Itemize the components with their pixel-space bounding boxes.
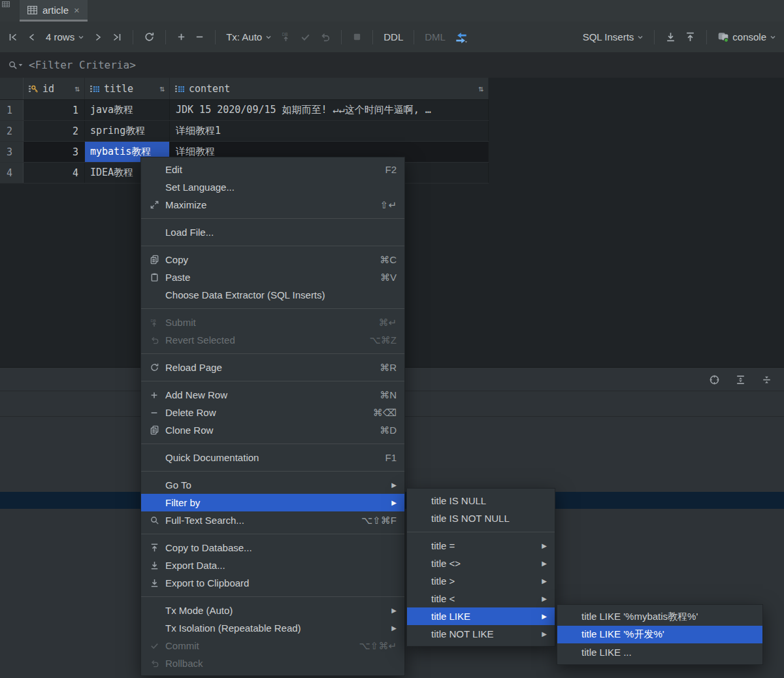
cell-title[interactable]: spring教程 — [85, 121, 170, 141]
shortcut-label: ⌥⌘Z — [355, 334, 397, 346]
menu-item-commit[interactable]: Commit⌥⇧⌘↵ — [141, 637, 404, 654]
menu-item-label: Export to Clipboard — [165, 577, 249, 589]
row-number[interactable]: 4 — [0, 163, 24, 183]
column-name: title — [104, 83, 133, 95]
menu-item-label: title LIKE — [431, 611, 470, 622]
export-data-button[interactable] — [665, 31, 676, 42]
menu-item-clone-row[interactable]: Clone Row⌘D — [141, 421, 404, 439]
clone-icon — [148, 425, 161, 435]
menu-item-title[interactable]: title <▶ — [407, 590, 555, 607]
menu-item-tx-isolation-repeatable-read[interactable]: Tx Isolation (Repeatable Read)▶ — [141, 619, 404, 637]
delete-row-button[interactable] — [195, 32, 204, 42]
tab-article[interactable]: article × — [20, 0, 88, 22]
menu-item-edit[interactable]: EditF2 — [141, 161, 404, 178]
column-header-title[interactable]: title ⇅ — [85, 78, 170, 99]
extractor-selector[interactable]: SQL Inserts — [583, 31, 644, 42]
dml-button[interactable]: DML — [425, 31, 446, 42]
console-button[interactable]: console — [717, 31, 776, 42]
menu-item-label: Revert Selected — [165, 334, 235, 346]
filter-input[interactable]: <Filter Criteria> — [29, 59, 136, 71]
menu-item-choose-data-extractor-sql-inserts[interactable]: Choose Data Extractor (SQL Inserts) — [141, 286, 404, 304]
table-icon — [27, 6, 37, 14]
menu-item-go-to[interactable]: Go To▶ — [141, 476, 404, 494]
menu-item-tx-mode-auto[interactable]: Tx Mode (Auto)▶ — [141, 602, 404, 619]
menu-item-add-new-row[interactable]: Add New Row⌘N — [141, 386, 404, 404]
menu-item-title[interactable]: title >▶ — [407, 572, 555, 590]
reload-button[interactable] — [144, 31, 155, 42]
cell-content[interactable]: JDK 15 2020/09/15 如期而至! ↵↵这个时间牛逼啊, … — [170, 100, 489, 120]
add-row-button[interactable] — [176, 32, 186, 42]
toolbar-separator — [414, 30, 414, 44]
menu-item-title-is-not-null[interactable]: title IS NOT NULL — [407, 509, 555, 527]
menu-item-label: title IS NULL — [431, 495, 486, 506]
sort-icon[interactable]: ⇅ — [478, 84, 483, 93]
cell-id[interactable]: 3 — [24, 142, 85, 162]
menu-item-quick-documentation[interactable]: Quick DocumentationF1 — [141, 449, 404, 466]
menu-item-title-not-like[interactable]: title NOT LIKE▶ — [407, 625, 555, 643]
menu-item-maximize[interactable]: Maximize⇧↵ — [141, 196, 404, 214]
menu-item-title-like[interactable]: title LIKE▶ — [407, 607, 555, 625]
menu-item-label: title IS NOT NULL — [431, 513, 510, 524]
toolbar-separator — [215, 30, 216, 44]
menu-item-delete-row[interactable]: Delete Row⌘⌫ — [141, 404, 404, 421]
sync-arrows-button[interactable] — [454, 31, 468, 44]
menu-item-copy-to-database[interactable]: Copy to Database... — [141, 539, 404, 557]
close-icon[interactable]: × — [74, 5, 80, 15]
menu-item-title-is-null[interactable]: title IS NULL — [407, 492, 555, 509]
menu-item-reload-page[interactable]: Reload Page⌘R — [141, 359, 404, 376]
menu-item-export-data[interactable]: Export Data... — [141, 557, 404, 574]
stop-button[interactable] — [352, 32, 362, 42]
commit-button[interactable] — [300, 31, 311, 42]
toolbar-separator — [654, 30, 655, 44]
menu-item-label: Export Data... — [165, 560, 225, 571]
menu-item-title-like[interactable]: title LIKE ... — [557, 643, 762, 661]
menu-item-title-like-mybatis[interactable]: title LIKE '%mybatis教程%' — [557, 608, 762, 626]
row-number[interactable]: 1 — [0, 100, 24, 120]
menu-item-revert-selected[interactable]: Revert Selected⌥⌘Z — [141, 331, 404, 349]
last-page-button[interactable] — [112, 32, 122, 42]
collapse-icon[interactable] — [761, 374, 772, 385]
previous-page-button[interactable] — [27, 32, 37, 42]
cell-id[interactable]: 1 — [24, 100, 85, 120]
cell-title[interactable]: java教程 — [85, 100, 170, 120]
row-number[interactable]: 2 — [0, 121, 24, 141]
menu-item-set-language[interactable]: Set Language... — [141, 178, 404, 196]
menu-item-rollback[interactable]: Rollback — [141, 654, 404, 672]
column-header-id[interactable]: id ⇅ — [24, 78, 85, 99]
menu-item-title[interactable]: title =▶ — [407, 537, 555, 555]
shortcut-label: ⌘V — [366, 272, 397, 283]
menu-separator — [141, 218, 404, 219]
page-size-selector[interactable]: 4 rows — [46, 31, 84, 42]
sort-icon[interactable]: ⇅ — [159, 84, 165, 93]
cell-id[interactable]: 4 — [24, 163, 85, 183]
cell-content[interactable]: 详细教程1 — [170, 121, 489, 141]
first-page-button[interactable] — [8, 32, 18, 42]
menu-item-submit[interactable]: DBSubmit⌘↵ — [141, 314, 404, 331]
submit-button[interactable]: DB — [280, 31, 291, 42]
shortcut-label: F1 — [370, 452, 397, 463]
column-header-content[interactable]: content ⇅ — [170, 78, 489, 99]
menu-item-paste[interactable]: Paste⌘V — [141, 268, 404, 286]
cell-id[interactable]: 2 — [24, 121, 85, 141]
menu-item-title[interactable]: title <>▶ — [407, 555, 555, 572]
row-number[interactable]: 3 — [0, 142, 24, 162]
expand-icon[interactable] — [735, 374, 746, 385]
rollback-button[interactable] — [319, 31, 331, 42]
ddl-button[interactable]: DDL — [384, 31, 403, 42]
tx-mode-selector[interactable]: Tx: Auto — [226, 31, 272, 42]
filter-by-submenu: title IS NULLtitle IS NOT NULLtitle =▶ti… — [406, 488, 555, 647]
shortcut-label: ⌘R — [365, 362, 397, 374]
next-page-button[interactable] — [93, 32, 103, 42]
copy-icon — [148, 255, 161, 265]
record-view-icon[interactable] — [709, 374, 720, 385]
menu-item-full-text-search[interactable]: Full-Text Search...⌥⇧⌘F — [141, 511, 404, 529]
sort-icon[interactable]: ⇅ — [74, 84, 80, 93]
menu-item-filter-by[interactable]: Filter by▶ — [141, 494, 404, 511]
menu-item-title-like[interactable]: title LIKE '%开发%' — [557, 626, 762, 643]
import-data-button[interactable] — [685, 31, 696, 42]
menu-item-export-to-clipboard[interactable]: Export to Clipboard — [141, 574, 404, 592]
shortcut-label: ⌘↵ — [364, 317, 397, 329]
shortcut-label: ⌘⌫ — [359, 407, 397, 419]
menu-item-load-file[interactable]: Load File... — [141, 223, 404, 241]
menu-item-copy[interactable]: Copy⌘C — [141, 251, 404, 268]
